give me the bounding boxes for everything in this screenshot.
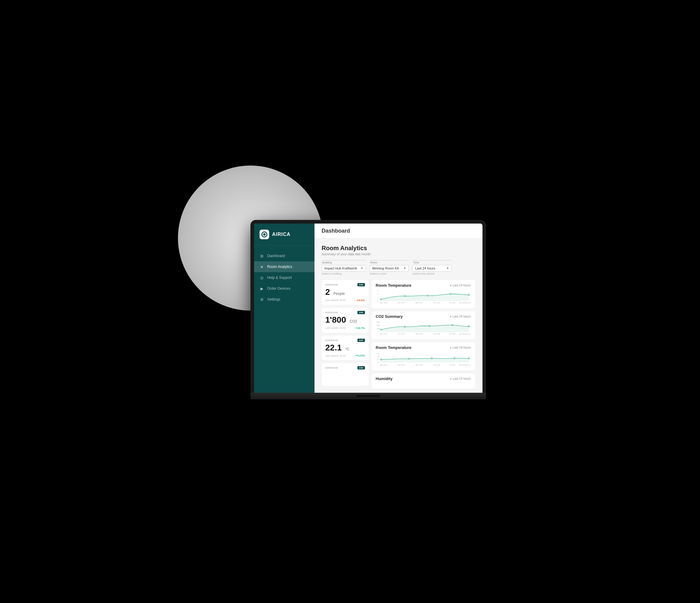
time-filter: Time Last 24 hours ▼ Select time period bbox=[412, 260, 452, 275]
building-filter-label: Building bbox=[322, 260, 366, 264]
svg-text:Sun, 07.02: Sun, 07.02 bbox=[466, 302, 471, 304]
svg-text:Sun, 07.02: Sun, 07.02 bbox=[466, 365, 471, 366]
main-header: Dashboard bbox=[315, 224, 482, 238]
chart-title-co2-summary: CO2 Summary bbox=[376, 314, 403, 319]
building-filter-hint: Select a building bbox=[322, 272, 366, 275]
svg-text:2000: 2000 bbox=[376, 325, 380, 326]
chart-icon: ≡ bbox=[259, 265, 264, 269]
time-select[interactable]: Last 24 hours ▼ bbox=[412, 265, 452, 272]
chevron-down-icon-3: ∨ bbox=[450, 346, 452, 349]
sidebar-item-settings[interactable]: ⚙ Settings bbox=[254, 294, 315, 305]
section-title: Room Analytics bbox=[322, 245, 475, 252]
logo-text: AIRICA bbox=[272, 232, 291, 237]
chart-title-room-temperature: Room Temperature bbox=[376, 283, 411, 287]
chevron-down-icon-2: ∨ bbox=[450, 315, 452, 318]
svg-text:Sat, 06.02: Sat, 06.02 bbox=[459, 302, 466, 304]
chart-header-co2-summary: CO2 Summary ∨ Last 24 hours bbox=[376, 314, 471, 319]
content-area: Room Analytics Summary of your data last… bbox=[315, 238, 482, 393]
svg-text:Mon, 01.02: Mon, 01.02 bbox=[380, 302, 387, 304]
chart-header-humidity: Humidity ∨ Last 24 hours bbox=[376, 376, 471, 381]
svg-text:Tue, 02.02: Tue, 02.02 bbox=[398, 302, 404, 304]
help-icon: ◎ bbox=[259, 275, 264, 280]
page-title: Dashboard bbox=[322, 228, 475, 234]
svg-text:Wed, 03.02: Wed, 03.02 bbox=[416, 333, 423, 335]
stat-label-people: AVERAGE 24H bbox=[325, 283, 365, 286]
chart-header-room-temperature-2: Room Temperature ∨ Last 24 hours bbox=[376, 345, 471, 350]
stat-value-temperature: 22.1 °C bbox=[325, 343, 365, 353]
svg-text:Sat, 06.02: Sat, 06.02 bbox=[459, 365, 466, 366]
logo: AIRICA bbox=[254, 224, 315, 246]
badge-24h-temperature: 24H bbox=[357, 338, 365, 342]
stat-card-people: AVERAGE 24H 2 People Last Update: 08:34 bbox=[322, 280, 369, 305]
chart-title-room-temperature-2: Room Temperature bbox=[376, 345, 411, 350]
svg-point-10 bbox=[427, 295, 428, 296]
svg-text:Sat, 06.02: Sat, 06.02 bbox=[459, 333, 466, 335]
stats-column: AVERAGE 24H 2 People Last Update: 08:34 bbox=[322, 280, 369, 388]
chart-time-co2-summary[interactable]: ∨ Last 24 hours bbox=[450, 315, 471, 318]
stat-value-people: 2 People bbox=[325, 287, 365, 297]
stat-footer-people: Last Update: 08:34 ↓ -14.0% bbox=[325, 299, 365, 302]
svg-text:Tue, 02.02: Tue, 02.02 bbox=[398, 333, 404, 335]
svg-text:2: 2 bbox=[377, 297, 378, 299]
chart-time-room-temperature[interactable]: ∨ Last 24 hours bbox=[450, 284, 471, 287]
room-filter-label: Room bbox=[370, 260, 409, 264]
time-select-value: Last 24 hours bbox=[415, 267, 435, 270]
room-select-value: Meeting Room K6 bbox=[372, 267, 399, 270]
building-select-value: Impact Hub Kraftwertk bbox=[324, 267, 357, 270]
stat-change-temperature: ↑ +0.21% bbox=[353, 354, 365, 357]
badge-24h-humidity: 24H bbox=[357, 366, 365, 370]
svg-text:Fri, 05.02: Fri, 05.02 bbox=[449, 333, 456, 335]
chart-svg-co2-summary: 3000 2000 1000 0 bbox=[376, 321, 471, 335]
chart-time-humidity[interactable]: ∨ Last 24 hours bbox=[450, 377, 471, 380]
stat-footer-co2: Last Update: 08:34 ↑ +10.7% bbox=[325, 327, 365, 330]
chart-card-humidity: Humidity ∨ Last 24 hours bbox=[372, 373, 475, 388]
svg-text:4: 4 bbox=[377, 294, 378, 295]
laptop-notch bbox=[356, 395, 380, 397]
svg-point-32 bbox=[468, 326, 470, 327]
svg-text:0: 0 bbox=[377, 331, 378, 333]
stat-unit-temperature: °C bbox=[345, 347, 349, 351]
sidebar: AIRICA ⊞ Dashboard ≡ Room Analytics ◎ bbox=[254, 224, 315, 393]
sidebar-item-help-support[interactable]: ◎ Help & Support bbox=[254, 272, 315, 283]
stat-card-temperature: AVERAGE 24H 22.1 °C Last Update: 08:34 bbox=[322, 336, 369, 360]
stat-card-humidity: AVERAGE 24H bbox=[322, 363, 369, 386]
sidebar-item-settings-label: Settings bbox=[267, 297, 280, 301]
stat-footer-temperature: Last Update: 08:34 ↑ +0.21% bbox=[325, 354, 365, 357]
stat-update-people: Last Update: 08:34 bbox=[325, 299, 346, 301]
svg-text:24: 24 bbox=[377, 353, 379, 354]
room-select[interactable]: Meeting Room K6 ▼ bbox=[370, 265, 409, 272]
building-filter: Building Impact Hub Kraftwertk ▼ Select … bbox=[322, 260, 366, 275]
svg-point-51 bbox=[454, 358, 455, 359]
svg-point-52 bbox=[468, 358, 470, 359]
stat-change-people: ↓ -14.0% bbox=[354, 299, 365, 302]
sidebar-item-room-analytics-label: Room Analytics bbox=[267, 265, 293, 269]
chart-time-room-temperature-2[interactable]: ∨ Last 24 hours bbox=[450, 346, 471, 349]
chart-card-room-temperature-2: Room Temperature ∨ Last 24 hours 24 bbox=[372, 342, 475, 370]
room-filter: Room Meeting Room K6 ▼ Select a room bbox=[370, 260, 409, 275]
chart-svg-room-temperature: 6 4 2 0 bbox=[376, 290, 471, 304]
svg-text:3000: 3000 bbox=[376, 322, 380, 323]
svg-point-30 bbox=[429, 325, 430, 327]
chart-card-co2-summary: CO2 Summary ∨ Last 24 hours 3000 200 bbox=[372, 311, 475, 339]
logo-icon bbox=[259, 230, 269, 239]
room-chevron-icon: ▼ bbox=[403, 267, 406, 270]
sidebar-item-help-support-label: Help & Support bbox=[267, 276, 292, 280]
stat-update-temperature: Last Update: 08:34 bbox=[325, 354, 346, 357]
sidebar-item-room-analytics[interactable]: ≡ Room Analytics bbox=[254, 261, 315, 272]
svg-text:Tue, 02.02: Tue, 02.02 bbox=[398, 365, 404, 366]
filters-row: Building Impact Hub Kraftwertk ▼ Select … bbox=[322, 260, 475, 275]
building-select[interactable]: Impact Hub Kraftwertk ▼ bbox=[322, 265, 366, 272]
sidebar-item-order-devices[interactable]: ▶ Order Devices bbox=[254, 283, 315, 294]
stat-change-co2: ↑ +10.7% bbox=[353, 327, 365, 330]
laptop-base bbox=[250, 393, 486, 399]
time-chevron-icon: ▼ bbox=[446, 267, 449, 270]
main-content: Dashboard Room Analytics Summary of your… bbox=[315, 224, 482, 393]
svg-point-11 bbox=[450, 293, 451, 295]
grid-icon: ⊞ bbox=[259, 253, 264, 258]
stat-value-humidity-placeholder bbox=[325, 371, 365, 383]
time-filter-hint: Select time period bbox=[412, 272, 452, 275]
svg-point-31 bbox=[452, 324, 453, 326]
chevron-down-icon-1: ∨ bbox=[450, 284, 452, 287]
building-chevron-icon: ▼ bbox=[360, 267, 363, 270]
sidebar-item-dashboard[interactable]: ⊞ Dashboard bbox=[254, 250, 315, 261]
